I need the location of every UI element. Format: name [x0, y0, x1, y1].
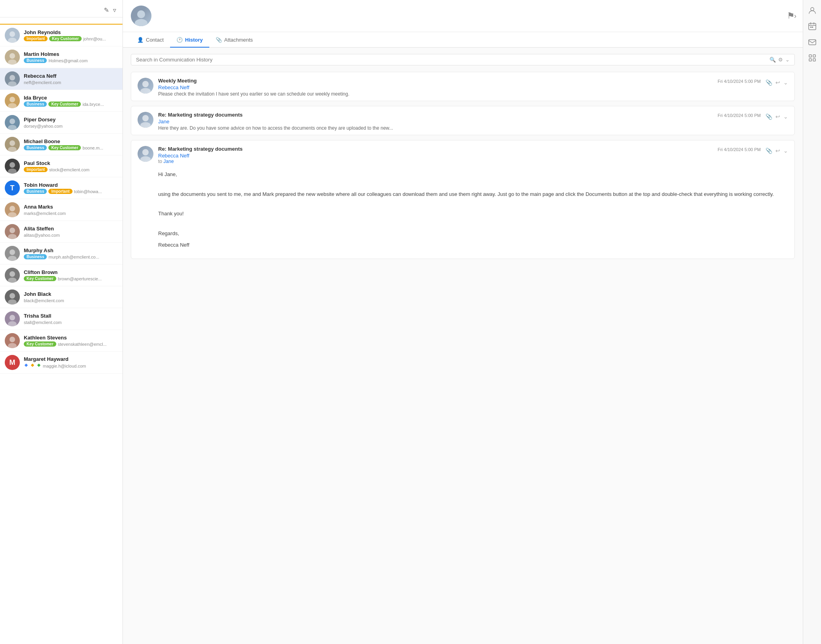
contact-icon[interactable] [805, 3, 819, 17]
filter-icon[interactable]: ▿ [113, 6, 116, 14]
contact-item[interactable]: Ida BryceBusinessKey Customerida.bryce..… [0, 90, 122, 112]
tab-label: History [185, 37, 203, 43]
contact-list: John ReynoldsImportantKey Customerjohnr@… [0, 25, 122, 644]
reply-icon[interactable]: ↩ [775, 113, 780, 120]
contact-email: boone.m... [82, 146, 103, 150]
message-sender-row: Rebecca Neff to Jane [158, 153, 761, 164]
message-subject: Re: Marketing strategy documents [158, 146, 243, 152]
tab-attachments[interactable]: 📎Attachments [209, 32, 259, 48]
avatar [5, 159, 20, 174]
tab-history[interactable]: 🕐History [170, 32, 209, 48]
avatar [5, 50, 20, 65]
contact-name-label: Piper Dorsey [24, 117, 118, 123]
message-card: Weekly Meeting Fri 4/10/2024 5:00 PM Reb… [131, 72, 795, 101]
contact-item[interactable]: Murphy AshBusinessmurph.ash@emclient.co.… [0, 243, 122, 264]
message-date: Fri 4/10/2024 5:00 PM [718, 79, 761, 84]
contact-item[interactable]: Trisha Stallstall@emclient.com [0, 308, 122, 330]
reply-icon[interactable]: ↩ [775, 79, 780, 86]
contact-item[interactable]: Piper Dorseydorsey@yahoo.com [0, 112, 122, 134]
tab-label: Attachments [224, 37, 253, 43]
search-bar-actions: 🔍 ⚙ ⌄ [769, 57, 790, 63]
contact-info: Rebecca Neffneff@emclient.com [24, 73, 118, 85]
contact-name-label: Michael Boone [24, 138, 118, 144]
message-date: Fri 4/10/2024 5:00 PM [718, 113, 761, 118]
contact-item[interactable]: Paul StockImportantstock@emclient.com [0, 155, 122, 177]
contact-info: Murphy AshBusinessmurph.ash@emclient.co.… [24, 247, 118, 259]
svg-point-19 [8, 256, 17, 261]
contact-tags: BusinessKey Customerboone.m... [24, 145, 118, 150]
person-icon: 👤 [137, 37, 144, 43]
svg-point-38 [140, 156, 151, 162]
tab-contact[interactable]: 👤Contact [131, 32, 170, 48]
contact-email: marks@emclient.com [24, 211, 66, 216]
avatar [5, 93, 20, 108]
tag-badge: Key Customer [48, 145, 81, 150]
message-full-body: Hi Jane,using the documents you sent to … [131, 168, 794, 259]
tag-icon[interactable]: ⚑ [787, 11, 795, 21]
chevron-down-icon[interactable]: ⌄ [785, 57, 790, 63]
svg-rect-47 [813, 59, 815, 61]
contact-tags: Businessmurph.ash@emclient.co... [24, 254, 118, 259]
contact-tags: Key Customerbrown@aperturescie... [24, 276, 118, 281]
contact-tags: ImportantKey Customerjohnr@ou... [24, 36, 118, 41]
contact-item[interactable]: Clifton BrownKey Customerbrown@apertures… [0, 264, 122, 286]
contact-item[interactable]: John ReynoldsImportantKey Customerjohnr@… [0, 25, 122, 46]
contact-item[interactable]: Alita Steffenalitas@yahoo.com [0, 221, 122, 243]
grid-icon[interactable] [805, 51, 819, 65]
svg-point-18 [10, 249, 15, 255]
search-icon[interactable]: 🔍 [769, 57, 776, 63]
contact-avatar [131, 6, 151, 26]
attachment-icon[interactable]: 📎 [766, 113, 772, 120]
svg-point-24 [10, 315, 15, 320]
message-body-line: using the documents you sent to me, me a… [158, 190, 788, 199]
detail-tabs: 👤Contact🕐History📎Attachments [123, 32, 803, 48]
tag-badge: Business [24, 189, 47, 194]
contact-info: Alita Steffenalitas@yahoo.com [24, 226, 118, 238]
contact-tags: BusinessHolmes@gmail.com [24, 58, 118, 63]
message-header: Weekly Meeting Fri 4/10/2024 5:00 PM Reb… [131, 72, 794, 101]
contact-name-label: John Reynolds [24, 29, 118, 35]
reply-icon[interactable]: ↩ [775, 148, 780, 154]
attachment-icon[interactable]: 📎 [766, 79, 772, 86]
message-header-row: Weekly Meeting Fri 4/10/2024 5:00 PM [158, 78, 761, 84]
back-button[interactable]: › [794, 12, 796, 20]
avatar [5, 311, 20, 326]
attachment-icon[interactable]: 📎 [766, 148, 772, 154]
contact-item[interactable]: Kathleen StevensKey Customerstevenskathl… [0, 330, 122, 352]
message-subject: Re: Marketing strategy documents [158, 112, 243, 118]
message-body-line: Rebecca Neff [158, 241, 788, 249]
search-input[interactable] [136, 57, 766, 63]
contact-item[interactable]: Martin HolmesBusinessHolmes@gmail.com [0, 46, 122, 68]
contact-item[interactable]: TTobin HowardBusinessImportanttobin@howa… [0, 177, 122, 199]
contact-name-label: Trisha Stall [24, 313, 118, 319]
diamond-tag [30, 363, 35, 369]
avatar [5, 71, 20, 86]
svg-point-32 [135, 19, 147, 26]
settings-icon[interactable]: ⚙ [778, 57, 783, 63]
message-sender-row: Rebecca Neff [158, 84, 761, 90]
contact-item[interactable]: Anna Marksmarks@emclient.com [0, 199, 122, 221]
message-sender: Jane [158, 119, 169, 125]
contact-email: johnr@ou... [83, 36, 106, 41]
add-contact-button[interactable] [0, 17, 122, 25]
svg-point-37 [142, 149, 149, 155]
expand-icon[interactable]: ⌄ [783, 79, 788, 86]
mail-icon[interactable] [805, 35, 819, 49]
contact-tags: dorsey@yahoo.com [24, 123, 118, 128]
svg-rect-30 [37, 364, 40, 367]
contact-item[interactable]: Michael BooneBusinessKey Customerboone.m… [0, 134, 122, 155]
diamond-tag [36, 363, 41, 369]
contact-item[interactable]: Rebecca Neffneff@emclient.com [0, 68, 122, 90]
contact-info: Clifton BrownKey Customerbrown@apertures… [24, 269, 118, 281]
contact-info: Anna Marksmarks@emclient.com [24, 204, 118, 216]
contact-name-label: Alita Steffen [24, 226, 118, 232]
expand-icon[interactable]: ⌄ [783, 148, 788, 154]
contact-item[interactable]: MMargaret Haywardmaggie.h@icloud.com [0, 352, 122, 374]
expand-icon[interactable]: ⌄ [783, 113, 788, 120]
calendar-icon[interactable] [805, 19, 819, 33]
avatar [5, 137, 20, 152]
contact-item[interactable]: John Blackblack@emclient.com [0, 286, 122, 308]
avatar-svg [131, 6, 151, 26]
svg-rect-41 [810, 27, 811, 28]
edit-icon[interactable]: ✎ [104, 6, 109, 14]
